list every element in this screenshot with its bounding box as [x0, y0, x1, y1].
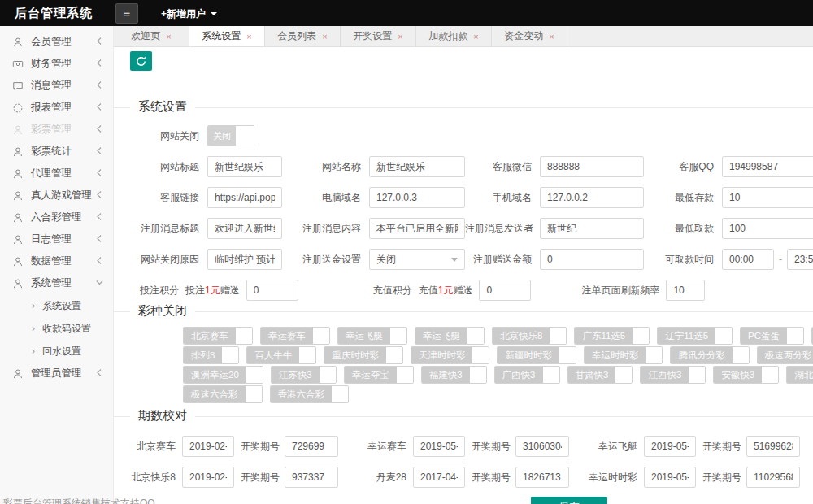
- lottery-chip-北京快乐8[interactable]: 北京快乐8: [492, 327, 567, 345]
- input-注册赠送金额[interactable]: [540, 249, 644, 270]
- lottery-chip-幸运夺宝[interactable]: 幸运夺宝: [344, 366, 414, 384]
- lottery-chip-广西快3[interactable]: 广西快3: [494, 366, 560, 384]
- input-幸运时时彩-issue[interactable]: [746, 467, 800, 488]
- lottery-chip-辽宁11选5[interactable]: 辽宁11选5: [657, 327, 733, 345]
- lottery-chip-checkbox[interactable]: [222, 347, 238, 363]
- lottery-chip-百人牛牛[interactable]: 百人牛牛: [246, 346, 316, 364]
- lottery-chip-安徽快3[interactable]: 安徽快3: [713, 366, 779, 384]
- lottery-chip-checkbox[interactable]: [320, 367, 336, 383]
- sidebar-subitem-收款码设置[interactable]: ›收款码设置: [0, 317, 113, 340]
- lottery-chip-极速六合彩[interactable]: 极速六合彩: [183, 385, 263, 403]
- lottery-chip-checkbox[interactable]: [332, 386, 348, 402]
- lottery-chip-天津时时彩[interactable]: 天津时时彩: [411, 346, 490, 364]
- tab-close-icon[interactable]: ×: [322, 32, 327, 41]
- lottery-chip-广东11选5[interactable]: 广东11选5: [574, 327, 650, 345]
- lottery-chip-checkbox[interactable]: [550, 328, 566, 344]
- select-注册送金设置[interactable]: 关闭: [369, 249, 465, 270]
- sidebar-item-代理管理[interactable]: 代理管理: [0, 163, 113, 185]
- lottery-chip-幸运时时彩[interactable]: 幸运时时彩: [584, 346, 663, 364]
- save-button[interactable]: 保存: [531, 497, 607, 504]
- input-手机域名[interactable]: [540, 187, 644, 208]
- tab-close-icon[interactable]: ×: [398, 32, 402, 41]
- input-北京快乐8-date[interactable]: [182, 467, 234, 488]
- lottery-chip-checkbox[interactable]: [543, 367, 559, 383]
- lottery-chip-澳洲幸运20[interactable]: 澳洲幸运20: [183, 366, 263, 384]
- lottery-chip-江西快3[interactable]: 江西快3: [640, 366, 706, 384]
- tab-close-icon[interactable]: ×: [549, 32, 554, 41]
- sidebar-subitem-系统设置[interactable]: ›系统设置: [0, 294, 113, 317]
- input-网站标题[interactable]: [207, 156, 282, 177]
- input-可取款时间-end[interactable]: [787, 249, 813, 270]
- tab-加款扣款[interactable]: 加款扣款×: [416, 26, 492, 46]
- input-网站名称[interactable]: [369, 156, 465, 177]
- lottery-chip-checkbox[interactable]: [390, 328, 406, 344]
- lottery-chip-checkbox[interactable]: [559, 347, 576, 363]
- sidebar-item-真人游戏管理[interactable]: 真人游戏管理: [0, 185, 113, 206]
- sidebar-toggle-button[interactable]: ≡: [115, 3, 138, 24]
- input-客服QQ[interactable]: [722, 156, 813, 177]
- input-注册消息标题[interactable]: [207, 218, 282, 239]
- sidebar-item-管理员管理[interactable]: 管理员管理: [0, 363, 113, 385]
- lottery-chip-甘肃快3[interactable]: 甘肃快3: [567, 366, 633, 384]
- input-幸运赛车-date[interactable]: [413, 436, 465, 457]
- refresh-button[interactable]: [130, 51, 152, 71]
- input-客服微信[interactable]: [540, 156, 644, 177]
- lottery-chip-checkbox[interactable]: [467, 328, 484, 344]
- lottery-chip-checkbox[interactable]: [313, 328, 329, 344]
- lottery-chip-checkbox[interactable]: [762, 367, 778, 383]
- input-投注积分[interactable]: [246, 280, 298, 301]
- lottery-chip-江苏快3[interactable]: 江苏快3: [271, 366, 337, 384]
- lottery-chip-重庆时时彩[interactable]: 重庆时时彩: [324, 346, 403, 364]
- input-丹麦28-issue[interactable]: [515, 467, 569, 488]
- sidebar-item-财务管理[interactable]: 财务管理: [0, 53, 113, 75]
- lottery-chip-checkbox[interactable]: [787, 328, 803, 344]
- sidebar-item-报表管理[interactable]: 报表管理: [0, 97, 113, 119]
- input-幸运飞艇-issue[interactable]: [746, 436, 800, 457]
- input-北京赛车-date[interactable]: [182, 436, 234, 457]
- sidebar-item-彩票统计[interactable]: 彩票统计: [0, 141, 113, 163]
- sidebar-item-彩票管理[interactable]: 彩票管理: [0, 119, 113, 141]
- input-注单页面刷新频率[interactable]: [666, 280, 705, 301]
- input-可取款时间-start[interactable]: [722, 249, 774, 270]
- sidebar-item-六合彩管理[interactable]: 六合彩管理: [0, 206, 113, 228]
- tab-欢迎页[interactable]: 欢迎页×: [114, 26, 189, 46]
- lottery-chip-checkbox[interactable]: [646, 347, 662, 363]
- lottery-chip-湖北快3[interactable]: 湖北快3: [786, 366, 813, 384]
- sidebar-subitem-回水设置[interactable]: ›回水设置: [0, 340, 113, 363]
- lottery-chip-checkbox[interactable]: [246, 367, 263, 383]
- tab-close-icon[interactable]: ×: [246, 32, 251, 41]
- tab-资金变动[interactable]: 资金变动×: [492, 26, 567, 46]
- sidebar-item-日志管理[interactable]: 日志管理: [0, 228, 113, 250]
- lottery-chip-checkbox[interactable]: [733, 347, 749, 363]
- lottery-chip-PC蛋蛋[interactable]: PC蛋蛋: [740, 327, 804, 345]
- lottery-chip-新疆时时彩[interactable]: 新疆时时彩: [497, 346, 576, 364]
- input-幸运时时彩-date[interactable]: [644, 467, 696, 488]
- input-注册消息发送者[interactable]: [540, 218, 644, 239]
- lottery-chip-排列3[interactable]: 排列3: [183, 346, 239, 364]
- lottery-chip-checkbox[interactable]: [386, 347, 402, 363]
- lottery-chip-checkbox[interactable]: [715, 328, 732, 344]
- lottery-chip-checkbox[interactable]: [472, 347, 489, 363]
- lottery-chip-checkbox[interactable]: [397, 367, 413, 383]
- website-close-toggle[interactable]: 关闭: [207, 125, 254, 146]
- input-北京赛车-issue[interactable]: [285, 436, 338, 457]
- lottery-chip-福建快3[interactable]: 福建快3: [421, 366, 487, 384]
- input-幸运赛车-issue[interactable]: [515, 436, 569, 457]
- sidebar-item-系统管理[interactable]: 系统管理: [0, 272, 113, 294]
- lottery-chip-checkbox[interactable]: [236, 328, 252, 344]
- input-电脑域名[interactable]: [369, 187, 465, 208]
- input-最低存款[interactable]: [722, 187, 813, 208]
- sidebar-item-数据管理[interactable]: 数据管理: [0, 250, 113, 272]
- tab-close-icon[interactable]: ×: [473, 32, 478, 41]
- input-注册消息内容[interactable]: [369, 218, 465, 239]
- sidebar-item-会员管理[interactable]: 会员管理: [0, 31, 113, 53]
- lottery-chip-checkbox[interactable]: [299, 347, 315, 363]
- input-网站关闭原因[interactable]: [207, 249, 282, 270]
- lottery-chip-checkbox[interactable]: [615, 367, 632, 383]
- input-丹麦28-date[interactable]: [413, 467, 465, 488]
- lottery-chip-极速两分彩[interactable]: 极速两分彩: [757, 346, 813, 364]
- input-北京快乐8-issue[interactable]: [285, 467, 338, 488]
- input-幸运飞艇-date[interactable]: [644, 436, 696, 457]
- tab-close-icon[interactable]: ×: [166, 32, 171, 41]
- input-客服链接[interactable]: [207, 187, 282, 208]
